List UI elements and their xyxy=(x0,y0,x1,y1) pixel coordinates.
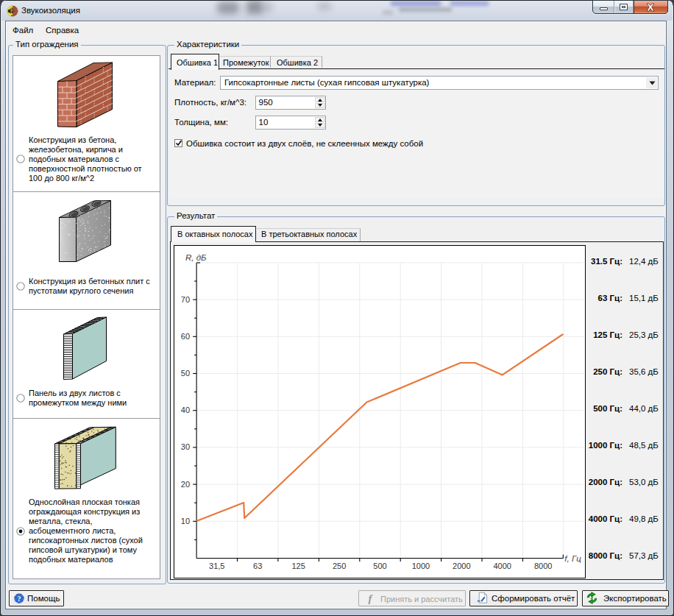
svg-text:30: 30 xyxy=(181,442,190,451)
svg-text:1000: 1000 xyxy=(412,562,430,570)
svg-text:125: 125 xyxy=(292,562,305,570)
svg-text:f: f xyxy=(369,592,374,604)
svg-text:4000: 4000 xyxy=(494,562,511,570)
svg-text:31,5: 31,5 xyxy=(209,562,224,570)
svg-text:70: 70 xyxy=(181,295,190,304)
svg-text:R, дБ: R, дБ xyxy=(185,253,207,262)
svg-text:250: 250 xyxy=(333,562,346,570)
svg-text:10: 10 xyxy=(181,517,190,525)
svg-text:20: 20 xyxy=(181,480,190,489)
svg-text:8000: 8000 xyxy=(534,562,552,570)
svg-text:40: 40 xyxy=(181,406,190,414)
svg-text:50: 50 xyxy=(181,369,190,378)
svg-text:?: ? xyxy=(18,595,21,603)
svg-text:500: 500 xyxy=(374,562,387,570)
svg-text:60: 60 xyxy=(181,332,190,341)
svg-text:2000: 2000 xyxy=(453,562,470,570)
svg-text:63: 63 xyxy=(253,562,262,570)
